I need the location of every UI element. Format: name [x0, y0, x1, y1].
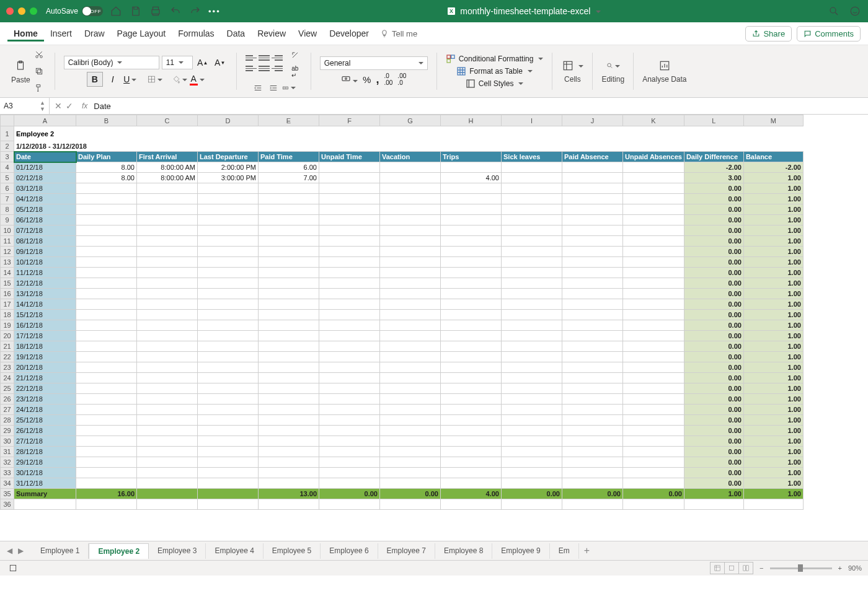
cell[interactable]: 21/12/18 [14, 373, 76, 383]
cell[interactable] [623, 204, 684, 215]
summary-cell[interactable]: 16.00 [76, 489, 137, 499]
cell[interactable] [319, 236, 380, 247]
cell[interactable] [76, 468, 137, 478]
minimize-icon[interactable] [18, 7, 25, 15]
row-header[interactable]: 28 [1, 415, 14, 426]
row-header[interactable]: 6 [1, 183, 14, 194]
cell[interactable] [259, 373, 319, 383]
cell[interactable] [380, 299, 441, 310]
cell[interactable] [198, 362, 259, 373]
cell[interactable] [319, 162, 380, 173]
smile-icon[interactable] [848, 4, 862, 18]
accept-icon[interactable]: ✓ [66, 101, 73, 111]
name-box[interactable]: A3▲▼ [0, 98, 50, 114]
cell[interactable] [502, 447, 562, 457]
font-color-button[interactable]: A [190, 72, 205, 86]
cell[interactable] [76, 478, 137, 489]
cell[interactable] [441, 204, 502, 215]
increase-font-icon[interactable]: A▲ [195, 56, 210, 69]
menu-data[interactable]: Data [221, 26, 252, 42]
cell[interactable]: 0.00 [684, 383, 743, 394]
cell[interactable] [137, 268, 198, 278]
cell[interactable] [319, 352, 380, 362]
col-header[interactable]: D [198, 115, 259, 126]
editing-group[interactable]: Editing [596, 59, 629, 84]
summary-cell[interactable]: 0.00 [562, 489, 623, 499]
row-header[interactable]: 18 [1, 310, 14, 320]
cell[interactable]: 1.00 [743, 426, 803, 436]
cell[interactable]: 1.00 [743, 383, 803, 394]
cell[interactable] [137, 320, 198, 331]
cell[interactable] [198, 394, 259, 405]
cell[interactable] [562, 236, 623, 247]
cell[interactable] [137, 310, 198, 320]
cell[interactable] [76, 204, 137, 215]
font-size-select[interactable]: 11 [162, 56, 193, 69]
row-header[interactable]: 25 [1, 383, 14, 394]
cell[interactable] [502, 457, 562, 468]
cell[interactable] [137, 383, 198, 394]
row-header[interactable]: 36 [1, 499, 14, 510]
cell[interactable] [198, 352, 259, 362]
cell[interactable] [137, 478, 198, 489]
cell[interactable] [76, 225, 137, 236]
cell[interactable]: 02/12/18 [14, 173, 76, 183]
undo-icon[interactable] [169, 4, 182, 18]
cell[interactable]: 1.00 [743, 310, 803, 320]
cell[interactable] [380, 194, 441, 204]
cell[interactable] [562, 373, 623, 383]
col-header[interactable]: J [562, 115, 623, 126]
cell[interactable] [441, 268, 502, 278]
row-header[interactable]: 3 [1, 152, 14, 162]
cell[interactable] [502, 299, 562, 310]
cell[interactable] [441, 373, 502, 383]
cell[interactable]: 0.00 [684, 468, 743, 478]
cell[interactable] [198, 299, 259, 310]
menu-draw[interactable]: Draw [78, 26, 111, 42]
cell[interactable] [76, 331, 137, 341]
cell[interactable] [380, 162, 441, 173]
cell[interactable] [76, 394, 137, 405]
row-header[interactable]: 30 [1, 436, 14, 447]
sheet-tab[interactable]: Employee 5 [264, 543, 321, 559]
currency-button[interactable] [341, 74, 358, 85]
number-format-select[interactable]: General [320, 56, 428, 70]
menu-home[interactable]: Home [7, 26, 44, 42]
sheet-tab[interactable]: Employee 9 [492, 543, 549, 559]
row-header[interactable]: 8 [1, 204, 14, 215]
cell[interactable] [441, 436, 502, 447]
summary-cell[interactable]: 1.00 [743, 489, 803, 499]
cell[interactable] [76, 426, 137, 436]
cell[interactable]: -2.00 [684, 162, 743, 173]
cell[interactable] [137, 204, 198, 215]
cell[interactable] [502, 236, 562, 247]
cell[interactable]: 0.00 [684, 341, 743, 352]
cell[interactable] [562, 468, 623, 478]
cell[interactable] [319, 257, 380, 268]
row-header[interactable]: 4 [1, 162, 14, 173]
cell[interactable]: 1.00 [743, 289, 803, 299]
cell[interactable] [623, 299, 684, 310]
cell[interactable] [319, 204, 380, 215]
cell[interactable] [623, 247, 684, 257]
cell[interactable] [319, 310, 380, 320]
cell[interactable]: 0.00 [684, 436, 743, 447]
cell[interactable] [441, 162, 502, 173]
cell[interactable] [562, 204, 623, 215]
cell[interactable] [380, 478, 441, 489]
cell[interactable] [137, 447, 198, 457]
cell[interactable] [198, 468, 259, 478]
row-header[interactable]: 22 [1, 352, 14, 362]
table-header[interactable]: Vacation [380, 152, 441, 162]
cell[interactable] [137, 394, 198, 405]
cell[interactable]: 08/12/18 [14, 236, 76, 247]
cell[interactable]: 15/12/18 [14, 310, 76, 320]
zoom-in-button[interactable]: + [838, 564, 842, 572]
table-header[interactable]: First Arrival [137, 152, 198, 162]
summary-cell[interactable]: 0.00 [319, 489, 380, 499]
cell[interactable] [198, 426, 259, 436]
cell[interactable]: 10/12/18 [14, 257, 76, 268]
cell[interactable] [198, 373, 259, 383]
col-header[interactable]: M [743, 115, 803, 126]
cell[interactable] [380, 341, 441, 352]
